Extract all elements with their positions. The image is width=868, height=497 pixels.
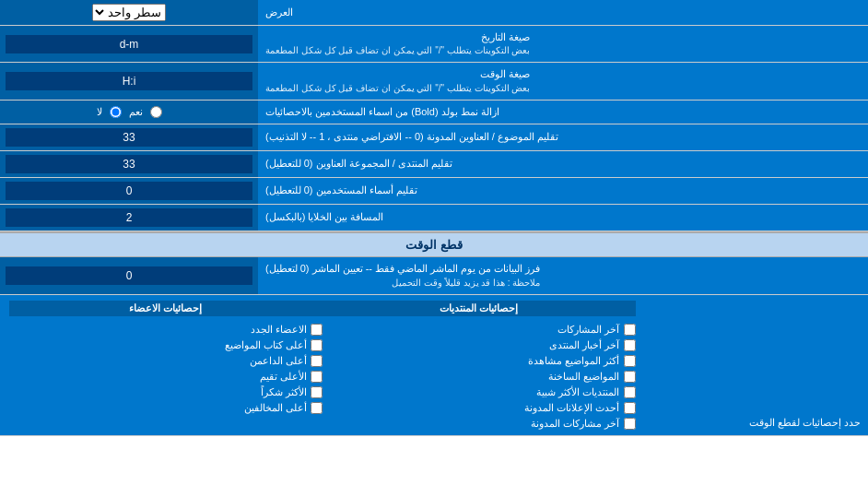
bold-radio-group: نعم لا xyxy=(89,106,170,118)
display-row: العرض سطر واحد xyxy=(0,0,868,26)
forum-order-input-cell xyxy=(0,151,258,177)
time-cutoff-input[interactable] xyxy=(6,266,252,285)
bold-remove-row: ازالة نمط بولد (Bold) من اسماء المستخدمي… xyxy=(0,101,868,124)
cells-gap-row: المسافة بين الخلايا (بالبكسل) xyxy=(0,205,868,231)
checkbox-forum-news[interactable] xyxy=(624,339,636,351)
checkbox-item: المنتديات الأكثر شبية xyxy=(323,386,636,398)
bold-no-label: لا xyxy=(97,106,102,118)
checkbox-item: المواضيع الساخنة xyxy=(323,371,636,383)
stats-row: حدد إحصائيات لقطع الوقت إحصائيات المنتدي… xyxy=(0,295,868,436)
member-stats-header: إحصائيات الاعضاء xyxy=(9,301,323,316)
username-trim-label: تقليم أسماء المستخدمين (0 للتعطيل) xyxy=(258,178,868,204)
stats-limit-label: حدد إحصائيات لقطع الوقت xyxy=(645,295,869,435)
username-trim-input-cell xyxy=(0,178,258,204)
checkbox-item: آخر أخبار المنتدى xyxy=(323,339,636,351)
checkbox-item: الأكثر شكراً xyxy=(9,386,323,398)
checkbox-item: أعلى الداعمن xyxy=(9,355,323,367)
checkbox-top-rated[interactable] xyxy=(311,371,323,383)
date-format-input-cell xyxy=(0,26,258,62)
time-format-input-cell xyxy=(0,63,258,99)
checkbox-latest-posts[interactable] xyxy=(624,324,636,336)
display-select-cell: سطر واحد xyxy=(0,0,258,25)
bold-remove-options: نعم لا xyxy=(0,101,258,124)
checkbox-item: الاعضاء الجدد xyxy=(9,324,323,336)
checkbox-hot-topics[interactable] xyxy=(624,371,636,383)
checkbox-top-supporters[interactable] xyxy=(311,355,323,367)
checkbox-item: أكثر المواضيع مشاهدة xyxy=(323,355,636,367)
date-format-row: صيغة التاريخ بعض التكوينات يتطلب "/" الت… xyxy=(0,26,868,63)
checkbox-top-writers[interactable] xyxy=(311,339,323,351)
topic-order-input[interactable] xyxy=(6,128,252,147)
checkbox-item: الأعلى تقيم xyxy=(9,371,323,383)
username-trim-row: تقليم أسماء المستخدمين (0 للتعطيل) xyxy=(0,178,868,205)
checkbox-latest-announcements[interactable] xyxy=(624,402,636,414)
topic-order-label: تقليم الموضوع / العناوين المدونة (0 -- ا… xyxy=(258,124,868,150)
bold-remove-label: ازالة نمط بولد (Bold) من اسماء المستخدمي… xyxy=(258,101,868,124)
topic-order-input-cell xyxy=(0,124,258,150)
topic-order-row: تقليم الموضوع / العناوين المدونة (0 -- ا… xyxy=(0,124,868,151)
member-stats-col: إحصائيات الاعضاء الاعضاء الجدد أعلى كتاب… xyxy=(9,301,323,430)
bold-no-radio[interactable] xyxy=(110,106,122,118)
checkbox-most-thanked[interactable] xyxy=(311,386,323,398)
checkbox-new-members[interactable] xyxy=(311,324,323,336)
checkbox-item: آخر مشاركات المدونة xyxy=(323,418,636,430)
time-format-input[interactable] xyxy=(6,72,252,90)
time-cutoff-input-cell xyxy=(0,257,258,293)
forum-order-row: تقليم المنتدى / المجموعة العناوين (0 للت… xyxy=(0,151,868,178)
checkbox-top-violators[interactable] xyxy=(311,402,323,414)
checkbox-item: أعلى المخالفين xyxy=(9,402,323,414)
display-select[interactable]: سطر واحد xyxy=(92,4,166,21)
checkboxes-grid: إحصائيات المنتديات آخر المشاركات آخر أخب… xyxy=(9,301,636,430)
cells-gap-label: المسافة بين الخلايا (بالبكسل) xyxy=(258,205,868,231)
display-label: العرض xyxy=(258,0,868,25)
checkbox-item: أحدث الإعلانات المدونة xyxy=(323,402,636,414)
checkbox-similar-forums[interactable] xyxy=(624,386,636,398)
time-cutoff-section-header: قطع الوقت xyxy=(0,231,868,257)
forum-order-label: تقليم المنتدى / المجموعة العناوين (0 للت… xyxy=(258,151,868,177)
bold-yes-label: نعم xyxy=(129,106,143,118)
forum-stats-col: إحصائيات المنتديات آخر المشاركات آخر أخب… xyxy=(323,301,636,430)
cells-gap-input[interactable] xyxy=(6,208,252,227)
cells-gap-input-cell xyxy=(0,205,258,231)
forum-stats-header: إحصائيات المنتديات xyxy=(323,301,636,316)
checkbox-item: آخر المشاركات xyxy=(323,324,636,336)
forum-order-input[interactable] xyxy=(6,155,252,173)
time-format-label: صيغة الوقت بعض التكوينات يتطلب "/" التي … xyxy=(258,63,868,99)
checkbox-most-viewed[interactable] xyxy=(624,355,636,367)
checkbox-latest-blog[interactable] xyxy=(624,418,636,430)
date-format-input[interactable] xyxy=(6,35,252,53)
time-format-row: صيغة الوقت بعض التكوينات يتطلب "/" التي … xyxy=(0,63,868,100)
time-cutoff-label: فرز البيانات من يوم الماشر الماضي فقط --… xyxy=(258,257,868,293)
time-cutoff-row: فرز البيانات من يوم الماشر الماضي فقط --… xyxy=(0,257,868,294)
bold-yes-radio[interactable] xyxy=(150,106,162,118)
username-trim-input[interactable] xyxy=(6,182,252,200)
checkbox-item: أعلى كتاب المواضيع xyxy=(9,339,323,351)
date-format-label: صيغة التاريخ بعض التكوينات يتطلب "/" الت… xyxy=(258,26,868,62)
